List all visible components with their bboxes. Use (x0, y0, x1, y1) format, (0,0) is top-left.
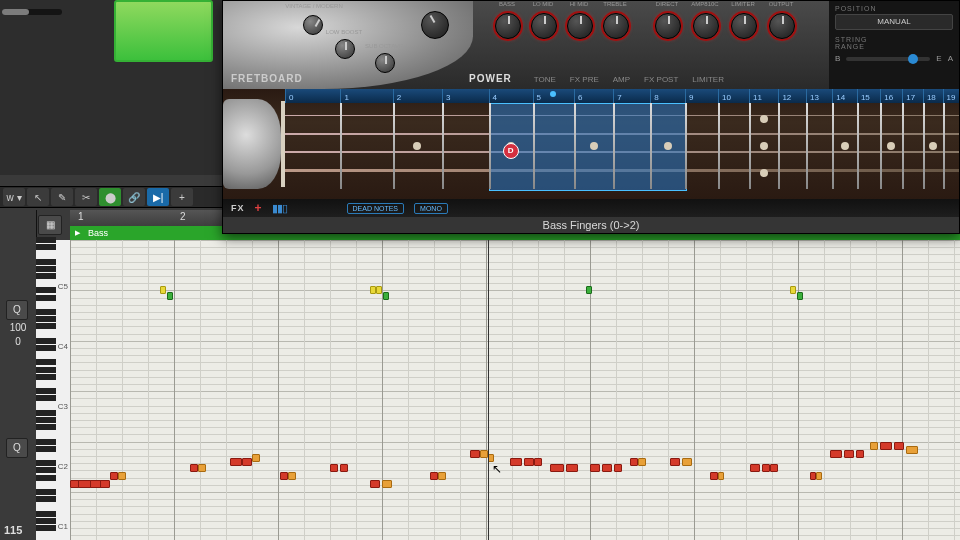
knob-treble[interactable] (603, 13, 629, 39)
midi-note[interactable] (376, 286, 382, 294)
midi-note[interactable] (710, 472, 718, 480)
midi-note[interactable] (534, 458, 542, 466)
fret-number[interactable]: 17 (902, 89, 915, 103)
tool-zoom[interactable]: + (171, 188, 193, 206)
quantize-button-2[interactable]: Q (6, 438, 28, 458)
quantize-strength[interactable]: 100 (4, 322, 32, 333)
midi-note[interactable] (167, 292, 173, 300)
active-note-dot[interactable]: D (503, 143, 519, 159)
midi-note[interactable] (470, 450, 480, 458)
midi-note[interactable] (110, 472, 118, 480)
midi-note[interactable] (856, 450, 864, 458)
fret-number[interactable]: 1 (340, 89, 348, 103)
playhead[interactable] (488, 240, 489, 540)
midi-note[interactable] (682, 458, 692, 466)
fret-number[interactable]: 5 (533, 89, 541, 103)
midi-note[interactable] (566, 464, 578, 472)
knob-limiter[interactable] (731, 13, 757, 39)
knob-output[interactable] (769, 13, 795, 39)
midi-note[interactable] (330, 464, 338, 472)
arrange-clip[interactable] (114, 0, 213, 62)
plugin-window[interactable]: VINTAGE / MODERN LOW BOOST SUB OCTAVE FR… (222, 0, 960, 234)
fretboard[interactable]: 012345678910111213141516171819 D (223, 89, 959, 199)
fret-number[interactable]: 2 (393, 89, 401, 103)
knob-direct[interactable] (655, 13, 681, 39)
midi-note[interactable] (383, 292, 389, 300)
mono-button[interactable]: MONO (414, 203, 448, 214)
tool-scissors[interactable]: ✂ (75, 188, 97, 206)
manual-button[interactable]: MANUAL (835, 14, 953, 30)
midi-note[interactable] (718, 472, 724, 480)
midi-note[interactable] (340, 464, 348, 472)
midi-note[interactable] (590, 464, 600, 472)
midi-note[interactable] (160, 286, 166, 294)
fret-number[interactable]: 8 (650, 89, 658, 103)
midi-note[interactable] (630, 458, 638, 466)
midi-note[interactable] (252, 454, 260, 462)
snap-button[interactable]: ▦ (38, 215, 62, 235)
tool-pointer[interactable]: ↖ (27, 188, 49, 206)
midi-note[interactable] (382, 480, 392, 488)
fret-number[interactable]: 10 (718, 89, 731, 103)
knob-sub-octave[interactable] (375, 53, 395, 73)
midi-note[interactable] (370, 480, 380, 488)
fret-number[interactable]: 19 (943, 89, 956, 103)
midi-note[interactable] (638, 458, 646, 466)
quantize-swing[interactable]: 0 (4, 336, 32, 347)
fret-number[interactable]: 11 (749, 89, 762, 103)
midi-note[interactable] (762, 464, 770, 472)
piano-keyboard[interactable]: C5C4C3C2C1 (36, 240, 71, 540)
add-fx-button[interactable]: + (255, 201, 262, 215)
midi-note[interactable] (894, 442, 904, 450)
fret-number[interactable]: 4 (489, 89, 497, 103)
knob-lo-mid[interactable] (531, 13, 557, 39)
midi-note[interactable] (118, 472, 126, 480)
fret-number[interactable]: 6 (574, 89, 582, 103)
fret-number[interactable]: 16 (880, 89, 893, 103)
midi-note[interactable] (844, 450, 854, 458)
midi-note[interactable] (830, 450, 842, 458)
knob-release-decay[interactable] (421, 11, 449, 39)
quantize-button-1[interactable]: Q (6, 300, 28, 320)
midi-note[interactable] (906, 446, 918, 454)
tool-pencil[interactable]: ✎ (51, 188, 73, 206)
midi-in-icon[interactable]: ⬤ (99, 188, 121, 206)
midi-note[interactable] (280, 472, 288, 480)
fret-number[interactable]: 14 (832, 89, 845, 103)
fret-number[interactable]: 13 (806, 89, 819, 103)
catch-playhead[interactable]: ▶| (147, 188, 169, 206)
fret-number[interactable]: 15 (857, 89, 870, 103)
midi-note[interactable] (602, 464, 612, 472)
fret-number[interactable]: 0 (285, 89, 293, 103)
link-icon[interactable]: 🔗 (123, 188, 145, 206)
midi-note[interactable] (790, 286, 796, 294)
midi-note[interactable] (816, 472, 822, 480)
knob-hi-mid[interactable] (567, 13, 593, 39)
knob-vintage-modern[interactable] (303, 15, 323, 35)
tempo-display[interactable]: 115 (4, 524, 22, 536)
fret-number[interactable]: 9 (685, 89, 693, 103)
fret-number[interactable]: 7 (613, 89, 621, 103)
midi-note[interactable] (586, 286, 592, 294)
dead-notes-button[interactable]: DEAD NOTES (347, 203, 405, 214)
midi-note[interactable] (242, 458, 252, 466)
midi-note[interactable] (198, 464, 206, 472)
midi-note[interactable] (770, 464, 778, 472)
midi-note[interactable] (550, 464, 564, 472)
fret-number[interactable]: 12 (778, 89, 791, 103)
volume-fader[interactable] (2, 9, 62, 15)
midi-note[interactable] (430, 472, 438, 480)
knob-amp810c[interactable] (693, 13, 719, 39)
midi-note[interactable] (870, 442, 878, 450)
fret-ruler[interactable]: 012345678910111213141516171819 (285, 89, 959, 103)
midi-note[interactable] (288, 472, 296, 480)
midi-note[interactable] (480, 450, 488, 458)
fret-number[interactable]: 3 (442, 89, 450, 103)
midi-note[interactable] (438, 472, 446, 480)
knob-bass[interactable] (495, 13, 521, 39)
midi-note[interactable] (797, 292, 803, 300)
knob-low-boost[interactable] (335, 39, 355, 59)
piano-roll-grid[interactable]: ↖ (70, 240, 960, 540)
midi-note[interactable] (524, 458, 534, 466)
midi-note[interactable] (880, 442, 892, 450)
